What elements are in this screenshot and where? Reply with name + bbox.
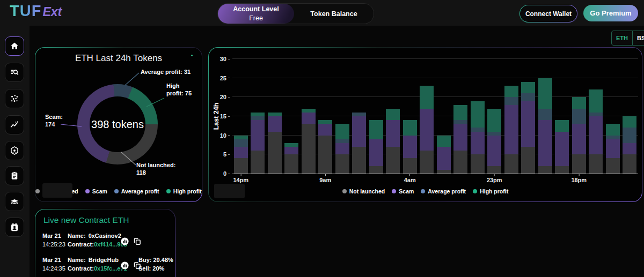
sell-percent: Sell: 20% <box>138 265 173 273</box>
bar-segment-average-profit <box>521 93 535 101</box>
bar-hour-22 <box>606 124 620 174</box>
bar-segment-high-profit <box>386 109 400 120</box>
sidebar-item-token-search[interactable] <box>5 63 24 82</box>
sidebar-item-blocks[interactable] <box>5 141 24 160</box>
logo-suffix: Ext <box>42 5 62 19</box>
bar-segment-scam <box>403 136 417 159</box>
bar-segment-scam <box>352 116 366 147</box>
legend-item-scam[interactable]: Scam <box>85 188 107 194</box>
account-pill[interactable]: Account Level Free Token Balance <box>217 3 374 24</box>
legend-dot <box>114 189 119 193</box>
bar-segment-scam <box>369 139 383 166</box>
bar-hour-14 <box>471 101 485 174</box>
bar-segment-average-profit <box>589 113 603 116</box>
bar-segment-average-profit <box>335 139 349 143</box>
bar-segment-high-profit <box>623 116 636 128</box>
buy-percent: Buy: 20.48% <box>138 256 173 265</box>
bar-hour-20 <box>572 97 586 174</box>
contract-name: BridgeHub <box>89 257 119 263</box>
bar-segment-scam <box>623 143 636 154</box>
bar-segment-not-launched <box>403 158 417 174</box>
row-timestamp: Mar 2114:24:35 <box>42 256 65 273</box>
legend-label: Average profit <box>428 188 466 194</box>
contact-badge-icon <box>10 222 19 232</box>
token-chart-icon[interactable] <box>120 261 129 270</box>
bar-segment-not-launched <box>386 147 400 174</box>
annotation-average-profit: Average profit: 31 <box>141 68 191 76</box>
legend-item-average-profit[interactable]: Average profit <box>421 188 466 194</box>
bar-segment-average-profit <box>234 139 248 147</box>
bar-segment-scam <box>318 124 332 135</box>
legend-dot <box>473 189 477 193</box>
sidebar-item-trending[interactable] <box>5 115 24 134</box>
legend-item-scam[interactable]: Scam <box>392 188 414 194</box>
bar-hour-1 <box>251 113 265 174</box>
y-tick-20: 20 <box>220 94 230 100</box>
donut-card-title: ETH Last 24h Tokens <box>35 53 202 64</box>
buy-sell-info: Buy: 20.48%Sell: 20% <box>138 256 173 273</box>
annotation-not-launched: Not launched:118 <box>136 161 175 177</box>
bar-segment-scam <box>335 143 349 154</box>
bar-segment-average-profit <box>504 97 518 104</box>
annotation-scam: Scam:174 <box>45 113 63 129</box>
bar-segment-high-profit <box>606 124 620 135</box>
bar-segment-high-profit <box>234 136 248 139</box>
network-option-eth[interactable]: ETH <box>612 31 633 45</box>
legend-item-high-profit[interactable]: High profit <box>166 188 202 194</box>
bar-segment-not-launched <box>284 154 298 174</box>
live-contracts-list: Mar 2114:25:23Name:0xCasinov2Contract:0x… <box>35 230 175 277</box>
legend-dot <box>85 189 90 193</box>
network-toggle: ETH BSC <box>611 31 644 46</box>
cluster-dots-icon <box>10 94 19 103</box>
token-chart-glyph <box>120 261 129 270</box>
x-tick-23pm: 23pm <box>487 174 502 183</box>
legend-dot <box>35 189 40 193</box>
bar-segment-scam <box>234 147 248 158</box>
bar-segment-scam <box>268 116 282 132</box>
cube-icon <box>10 146 19 155</box>
sidebar-item-contacts[interactable] <box>5 218 24 237</box>
bar-segment-scam <box>437 147 451 170</box>
account-level-value: Free <box>249 14 263 23</box>
legend-item-average-profit[interactable]: Average profit <box>114 188 159 194</box>
row-time: 14:24:35 <box>42 265 65 273</box>
row-info: Name:0xCasinov2Contract:0xf414...9c8 <box>68 232 127 249</box>
account-level-badge: Account Level Free <box>218 4 294 24</box>
bar-segment-scam <box>606 139 620 159</box>
donut-chart: 398 tokens <box>77 84 158 164</box>
go-premium-button[interactable]: Go Premium <box>583 5 638 21</box>
legend-item-high-profit[interactable]: High profit <box>473 188 508 194</box>
legend-dot <box>342 189 347 193</box>
app-root: TUF Ext Account Level Free Token Balance… <box>0 0 644 277</box>
bar-segment-not-launched <box>437 170 451 174</box>
y-tick-10: 10 <box>220 132 230 139</box>
account-level-label: Account Level <box>233 5 279 13</box>
bar-segment-average-profit <box>471 128 485 131</box>
sidebar-item-cluster[interactable] <box>5 89 24 108</box>
live-contracts-title: Live new Contract ETH <box>43 215 129 225</box>
bar-segment-not-launched <box>589 154 603 174</box>
bar-segment-not-launched <box>471 154 485 174</box>
network-option-bsc[interactable]: BSC <box>633 31 644 45</box>
copy-icon[interactable] <box>133 237 141 245</box>
connect-wallet-button[interactable]: Connect Wallet <box>519 5 577 23</box>
sidebar-item-watchlist[interactable] <box>5 166 24 185</box>
bar-segment-scam <box>453 124 467 151</box>
legend-item-not-launched[interactable]: Not launched <box>342 188 385 194</box>
bar-segment-not-launched <box>572 154 586 174</box>
sidebar-item-home[interactable] <box>5 36 24 56</box>
sidebar-item-deck[interactable] <box>5 192 24 211</box>
bar-segment-scam <box>302 113 316 124</box>
x-tick-14pm: 14pm <box>233 174 248 183</box>
bar-segment-high-profit <box>504 86 518 97</box>
tooltip-box <box>214 184 245 198</box>
trending-chart-icon <box>10 120 19 130</box>
token-chart-icon[interactable] <box>120 237 129 246</box>
legend-label: Scam <box>399 188 414 194</box>
bar-segment-not-launched <box>234 158 248 174</box>
bar-hour-6 <box>335 124 349 174</box>
gridline <box>232 58 638 59</box>
bar-segment-high-profit <box>420 86 434 109</box>
donut-card: ETH Last 24h Tokens 398 tokens Average p… <box>35 47 202 202</box>
bar-segment-not-launched <box>538 166 552 174</box>
